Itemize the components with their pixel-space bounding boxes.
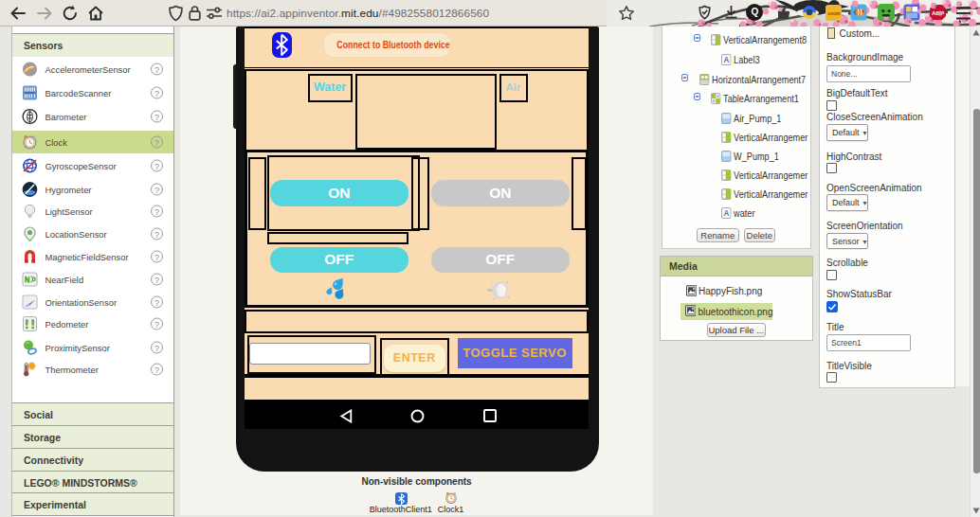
svg-text:ABP: ABP [932,9,944,16]
svg-text:A: A [723,208,729,219]
svg-text:A: A [723,55,729,65]
